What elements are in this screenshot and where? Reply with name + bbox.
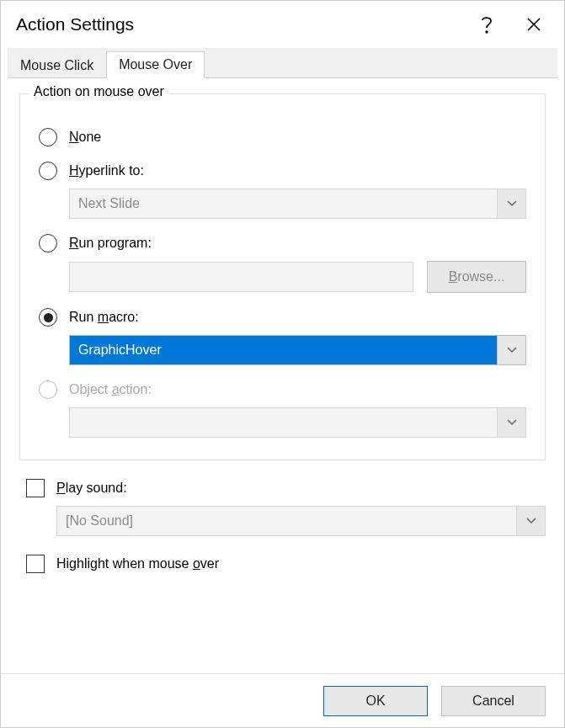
objectaction-combo-wrap xyxy=(69,407,526,438)
radio-runmacro[interactable] xyxy=(39,308,57,327)
objectaction-combo xyxy=(69,407,526,438)
tab-mouse-over[interactable]: Mouse Over xyxy=(106,51,205,78)
sound-combo[interactable]: [No Sound] xyxy=(56,506,546,536)
highlight-row[interactable]: Highlight when mouse over xyxy=(26,555,546,573)
macro-combo[interactable]: GraphicHover xyxy=(69,335,526,365)
checkbox-highlight[interactable] xyxy=(26,555,45,573)
runprogram-input-row: Browse... xyxy=(69,261,526,293)
tab-content: Action on mouse over None Hyperlink to: … xyxy=(1,78,564,673)
label-runprogram: Run program: xyxy=(69,236,152,251)
action-group: Action on mouse over None Hyperlink to: … xyxy=(19,93,546,460)
chevron-down-icon[interactable] xyxy=(497,189,525,218)
label-hyperlink: Hyperlink to: xyxy=(69,163,144,178)
tab-strip: Mouse Click Mouse Over xyxy=(8,48,557,78)
option-objectaction-row: Object action: xyxy=(39,380,526,399)
browse-button[interactable]: Browse... xyxy=(427,261,526,293)
help-button[interactable] xyxy=(463,1,510,48)
radio-none[interactable] xyxy=(39,128,57,146)
label-none: None xyxy=(69,130,101,145)
chevron-down-icon[interactable] xyxy=(497,336,525,364)
tab-mouse-click[interactable]: Mouse Click xyxy=(8,52,106,78)
option-runprogram-row[interactable]: Run program: xyxy=(39,234,526,252)
dialog-footer: OK Cancel xyxy=(1,673,564,727)
sound-combo-wrap: [No Sound] xyxy=(56,506,546,536)
hyperlink-combo[interactable]: Next Slide xyxy=(69,189,526,219)
playsound-row[interactable]: Play sound: xyxy=(26,479,546,497)
group-legend: Action on mouse over xyxy=(29,84,169,99)
runprogram-textbox[interactable] xyxy=(69,262,413,292)
chevron-down-icon[interactable] xyxy=(516,507,545,535)
ok-button[interactable]: OK xyxy=(323,686,428,716)
sound-combo-value: [No Sound] xyxy=(57,507,516,535)
radio-hyperlink[interactable] xyxy=(39,162,57,180)
dialog-title: Action Settings xyxy=(16,14,463,35)
radio-objectaction xyxy=(39,380,57,399)
svg-point-0 xyxy=(486,31,488,33)
hyperlink-combo-wrap: Next Slide xyxy=(69,189,526,219)
close-icon xyxy=(526,17,541,32)
macro-combo-value: GraphicHover xyxy=(70,336,497,364)
titlebar: Action Settings xyxy=(1,1,564,48)
radio-dot xyxy=(44,313,53,322)
chevron-down-icon xyxy=(497,408,525,437)
label-highlight: Highlight when mouse over xyxy=(56,556,219,571)
label-runmacro: Run macro: xyxy=(69,310,139,325)
option-runmacro-row[interactable]: Run macro: xyxy=(39,308,526,327)
radio-runprogram[interactable] xyxy=(39,234,57,252)
checkbox-playsound[interactable] xyxy=(26,479,45,497)
option-hyperlink-row[interactable]: Hyperlink to: xyxy=(39,162,526,180)
close-button[interactable] xyxy=(510,1,557,48)
macro-combo-wrap: GraphicHover xyxy=(69,335,526,365)
option-none-row[interactable]: None xyxy=(39,128,526,146)
action-settings-dialog: Action Settings Mouse Click Mouse Over A… xyxy=(0,0,565,728)
objectaction-combo-value xyxy=(70,408,497,437)
cancel-button[interactable]: Cancel xyxy=(441,686,546,716)
hyperlink-combo-value: Next Slide xyxy=(70,189,497,218)
label-objectaction: Object action: xyxy=(69,382,152,397)
label-playsound: Play sound: xyxy=(56,481,127,496)
help-icon xyxy=(481,15,493,34)
